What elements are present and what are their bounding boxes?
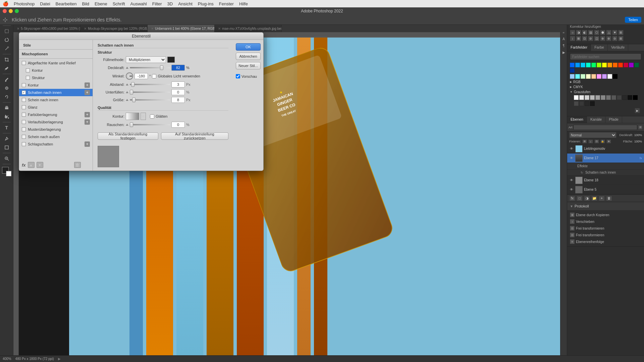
groesse-slider[interactable] bbox=[130, 98, 170, 102]
swatch-dkgreen[interactable] bbox=[634, 63, 639, 67]
fixieren-icon4[interactable]: 🔒 bbox=[600, 139, 605, 143]
layer-ebene17[interactable]: 👁 Ebene 17 fx bbox=[567, 154, 644, 163]
cb-struktur[interactable] bbox=[26, 76, 30, 80]
groesse-up[interactable] bbox=[126, 99, 128, 101]
swatch-red2[interactable] bbox=[624, 63, 628, 67]
k-icon-11[interactable]: ⊠ bbox=[576, 36, 581, 41]
swatch-teal[interactable] bbox=[586, 63, 591, 67]
gray-swatch-12[interactable] bbox=[633, 95, 638, 100]
unterfuellen-slider[interactable] bbox=[130, 90, 170, 95]
standard-set-btn[interactable]: Als Standardeinstellung festlegen bbox=[98, 132, 158, 140]
menu-bearbeiten[interactable]: Bearbeiten bbox=[56, 1, 77, 6]
shape-tool[interactable] bbox=[2, 143, 11, 152]
tab-verlauefe[interactable]: Verläufe bbox=[608, 44, 628, 51]
proto-item-3[interactable]: ⊡ Frei transformieren bbox=[569, 225, 643, 232]
add-farbueberlag[interactable]: + bbox=[85, 112, 90, 117]
fullmethode-color[interactable] bbox=[167, 57, 175, 63]
cmyk-group-header[interactable]: ▶ CMYK bbox=[570, 85, 641, 89]
swatch-ltyellow[interactable] bbox=[586, 74, 591, 79]
swatch-cyan[interactable] bbox=[581, 63, 585, 67]
swatch-ltcyan[interactable] bbox=[575, 74, 580, 79]
k-icon-17[interactable]: ⊝ bbox=[612, 36, 618, 41]
unterfuellen-input[interactable] bbox=[171, 89, 185, 95]
graustufen-group-header[interactable]: ▼ Graustufen bbox=[570, 90, 641, 94]
tab-0-close[interactable]: ✕ bbox=[17, 27, 19, 31]
tab-2[interactable]: ✕ Unbenannt-1 bei 400% (Ebene 17, RGB/8*… bbox=[148, 25, 215, 32]
deckkraft-input[interactable] bbox=[171, 65, 185, 71]
tab-1[interactable]: ✕ Mockup-Skyscraper.jpg bei 120% (RGB/8#… bbox=[80, 25, 148, 32]
deckkraft-slider[interactable] bbox=[130, 65, 170, 70]
layers-search[interactable] bbox=[573, 125, 637, 130]
kontur-preview[interactable] bbox=[126, 113, 139, 120]
proto-item-4[interactable]: ⊡ Frei transformieren bbox=[569, 232, 643, 238]
add-schatten-innen[interactable]: + bbox=[85, 90, 90, 95]
add-kontur[interactable]: + bbox=[85, 82, 90, 88]
winkel-input[interactable] bbox=[135, 73, 148, 79]
item-struktur[interactable]: Struktur bbox=[19, 74, 93, 81]
fx-up-btn[interactable]: ▲ bbox=[28, 162, 35, 168]
share-button[interactable]: Teilen bbox=[625, 17, 641, 23]
swatch-pink[interactable] bbox=[597, 74, 601, 79]
gray-swatch-1[interactable] bbox=[574, 95, 579, 100]
tab-3[interactable]: ✕ mae-mu-XTztXbv6gMs-unsplash.jpg bei 87… bbox=[215, 25, 282, 32]
fixieren-icon1[interactable]: ⊞ bbox=[582, 139, 587, 143]
swatch-orange2[interactable] bbox=[613, 63, 618, 67]
item-schein-innen[interactable]: Schein nach innen bbox=[19, 96, 93, 104]
globales-licht-cb[interactable] bbox=[152, 74, 156, 78]
cb-musterueberlag[interactable] bbox=[22, 127, 26, 131]
apple-menu[interactable]: 🍎 bbox=[3, 1, 8, 6]
tab-3-close[interactable]: ✕ bbox=[218, 27, 221, 31]
panel-icon-6[interactable]: ▶ bbox=[561, 50, 567, 55]
delete-layer-btn[interactable]: 🗑 bbox=[606, 196, 612, 201]
menu-ebene[interactable]: Ebene bbox=[95, 1, 107, 6]
eraser-tool[interactable] bbox=[2, 104, 11, 112]
add-adjustment-btn[interactable]: ◑ bbox=[584, 196, 590, 201]
eyedropper-tool[interactable] bbox=[2, 64, 11, 72]
k-icon-7[interactable]: △ bbox=[606, 30, 611, 35]
proto-item-2[interactable]: ↕ Verschieben bbox=[569, 218, 643, 225]
k-icon-13[interactable]: ⊘ bbox=[588, 36, 593, 41]
cb-kontur[interactable] bbox=[22, 83, 26, 87]
history-brush-tool[interactable] bbox=[2, 93, 11, 101]
delete-fx-btn[interactable]: 🗑 bbox=[74, 162, 81, 168]
deckkraft-up[interactable] bbox=[126, 67, 128, 69]
menu-3d[interactable]: 3D bbox=[167, 1, 173, 6]
gray-swatch-10[interactable] bbox=[622, 95, 627, 100]
deckkraft-thumb[interactable] bbox=[160, 65, 163, 70]
item-kante-relief[interactable]: Abgeflachte Kante und Relief bbox=[19, 59, 93, 67]
layer-schatten-innen[interactable]: ↻ Schatten nach innen bbox=[567, 170, 644, 176]
k-icon-9[interactable]: ⊞ bbox=[618, 30, 624, 35]
swatch-blue1[interactable] bbox=[570, 63, 575, 67]
item-kontur[interactable]: Kontur + bbox=[19, 81, 93, 89]
gray-swatch-3[interactable] bbox=[585, 95, 589, 100]
tab-farbe[interactable]: Farbe bbox=[591, 44, 608, 51]
menu-hilfe[interactable]: Hilfe bbox=[239, 1, 248, 6]
move-tool-icon[interactable]: ⊹ bbox=[3, 16, 8, 23]
add-effect-btn[interactable]: fx bbox=[569, 196, 575, 201]
gray-swatch-6[interactable] bbox=[601, 95, 605, 100]
minimize-button[interactable] bbox=[9, 9, 13, 13]
menu-filter[interactable]: Filter bbox=[152, 1, 162, 6]
swatch-purple[interactable] bbox=[629, 63, 634, 67]
cb-verlaufsueberlag[interactable] bbox=[22, 120, 26, 124]
tab-ebenen[interactable]: Ebenen bbox=[567, 116, 587, 123]
menu-bild[interactable]: Bild bbox=[82, 1, 89, 6]
gray-swatch-7[interactable] bbox=[606, 95, 611, 100]
rauschen-up[interactable] bbox=[126, 124, 128, 126]
eye-ebene5[interactable]: 👁 bbox=[569, 187, 574, 192]
panel-icon-4[interactable]: A bbox=[561, 36, 567, 42]
cb-schein-innen[interactable] bbox=[22, 98, 26, 102]
menu-auswahl[interactable]: Auswahl bbox=[130, 1, 147, 6]
item-glanz[interactable]: Glanz bbox=[19, 104, 93, 111]
fixieren-icon5[interactable]: ⊕ bbox=[606, 139, 611, 143]
menu-schrift[interactable]: Schrift bbox=[113, 1, 125, 6]
k-icon-14[interactable]: ◫ bbox=[594, 36, 599, 41]
standard-reset-btn[interactable]: Auf Standardeinstellung zurücksetzen bbox=[161, 132, 228, 140]
lasso-tool[interactable] bbox=[2, 36, 11, 44]
farbfelder-search[interactable] bbox=[570, 53, 641, 60]
eye-ebene17[interactable]: 👁 bbox=[569, 156, 574, 161]
abstand-up[interactable] bbox=[126, 83, 128, 85]
swatch-ltblue[interactable] bbox=[570, 74, 575, 79]
unterfuellen-thumb[interactable] bbox=[130, 90, 133, 95]
eye-ebene18[interactable]: 👁 bbox=[569, 178, 574, 183]
